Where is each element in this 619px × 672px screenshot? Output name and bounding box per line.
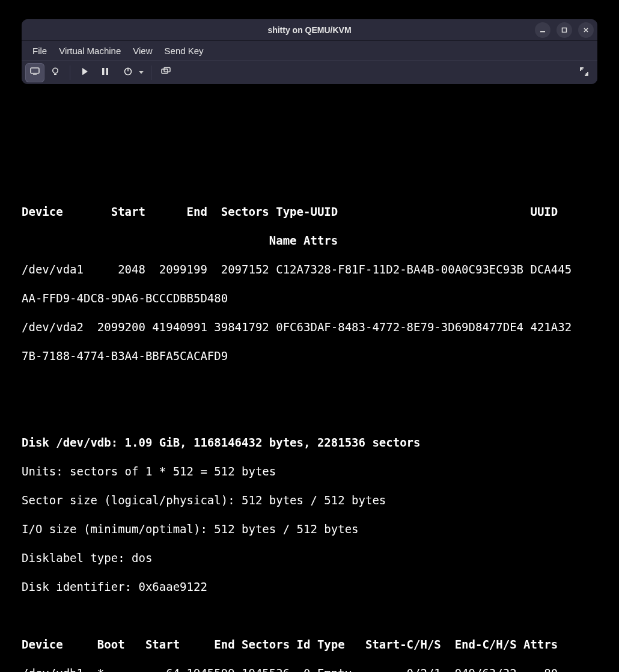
svg-rect-5 [54,73,56,75]
window-controls [535,22,594,38]
svg-rect-7 [106,68,109,75]
run-button[interactable] [75,63,94,82]
toolbar [22,60,597,84]
svg-rect-10 [162,69,168,73]
menu-send-key[interactable]: Send Key [159,43,210,58]
vm-viewer-window: shitty on QEMU/KVM File Virtual Machine … [22,19,597,84]
table-row: /dev/vdb1 * 64 1945599 1945536 0 Empty 0… [22,666,597,672]
titlebar[interactable]: shitty on QEMU/KVM [22,19,597,41]
menu-virtual-machine[interactable]: Virtual Machine [53,43,127,58]
svg-point-4 [53,68,58,73]
svg-rect-6 [102,68,105,75]
svg-rect-3 [33,74,37,75]
close-button[interactable] [578,22,594,38]
table-row: AA-FFD9-4DC8-9DA6-BCCCDBB5D480 [22,291,597,305]
svg-rect-0 [540,31,545,32]
disk-info: Disk identifier: 0x6aae9122 [22,579,597,594]
svg-rect-2 [31,68,39,73]
minimize-button[interactable] [535,22,550,38]
pause-icon [100,66,111,79]
disk-info: Units: sectors of 1 * 512 = 512 bytes [22,464,597,478]
disk-info: Sector size (logical/physical): 512 byte… [22,493,597,507]
fullscreen-icon [579,66,590,79]
menu-file[interactable]: File [26,43,53,58]
disk-info: I/O size (minimum/optimal): 512 bytes / … [22,522,597,536]
table-header: Device Start End Sectors Type-UUID UUID [22,204,597,219]
svg-rect-11 [164,67,170,72]
maximize-button[interactable] [556,22,572,38]
toolbar-separator [151,66,151,80]
console-view-button[interactable] [25,63,44,82]
window-title: shitty on QEMU/KVM [267,25,351,35]
toolbar-separator [70,66,70,80]
snapshots-button[interactable] [156,63,175,82]
table-row: /dev/vda1 2048 2099199 2097152 C12A7328-… [22,262,597,276]
table-header: Device Boot Start End Sectors Id Type St… [22,637,597,652]
disk-info: Disklabel type: dos [22,551,597,565]
pause-button[interactable] [96,63,115,82]
table-header: Name Attrs [22,233,597,248]
table-row: /dev/vda2 2099200 41940991 39841792 0FC6… [22,320,597,334]
details-view-button[interactable] [46,63,65,82]
vm-console[interactable]: Device Start End Sectors Type-UUID UUID … [22,190,597,672]
menubar: File Virtual Machine View Send Key [22,41,597,60]
lightbulb-icon [50,66,61,79]
table-row: 7B-7188-4774-B3A4-BBFA5CACAFD9 [22,349,597,363]
screens-icon [160,66,171,79]
power-icon [123,66,133,79]
play-icon [79,66,90,79]
power-icon-wrap [118,63,138,82]
menu-view[interactable]: View [127,43,158,58]
power-menu-button[interactable] [116,63,146,82]
disk-heading: Disk /dev/vdb: 1.09 GiB, 1168146432 byte… [22,435,597,450]
chevron-down-icon [139,71,144,74]
svg-rect-1 [563,28,567,32]
svg-rect-9 [127,67,129,71]
monitor-icon [29,66,40,79]
fullscreen-button[interactable] [575,63,594,82]
